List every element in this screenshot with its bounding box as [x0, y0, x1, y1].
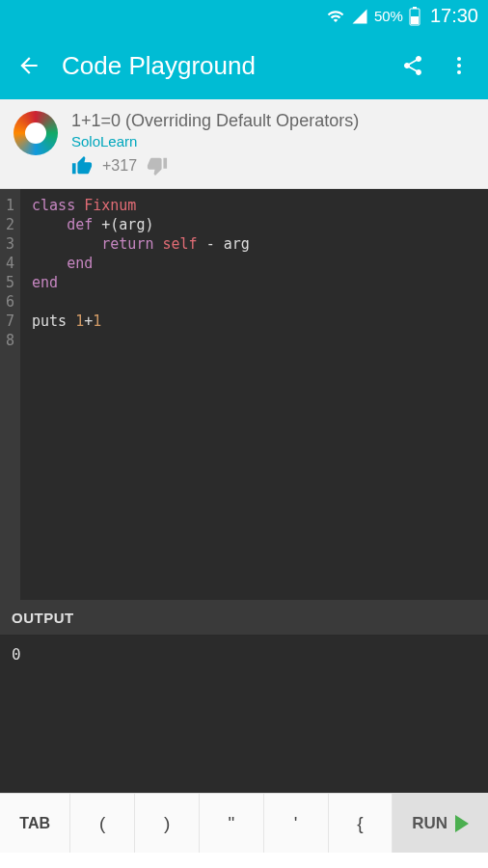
thumbs-up-icon[interactable] [71, 155, 93, 176]
share-button[interactable] [399, 52, 426, 79]
play-icon [455, 815, 469, 832]
code-content[interactable]: class Fixnum def +(arg) return self - ar… [20, 189, 261, 600]
svg-point-5 [457, 70, 461, 74]
svg-rect-2 [411, 16, 419, 24]
author-avatar[interactable] [14, 111, 58, 155]
post-info: 1+1=0 (Overriding Default Operators) Sol… [0, 99, 488, 189]
signal-icon [351, 8, 368, 25]
back-button[interactable] [15, 52, 42, 79]
vote-count: +317 [102, 157, 137, 175]
close-paren-key[interactable]: ) [135, 794, 200, 853]
run-label: RUN [412, 814, 447, 833]
svg-rect-1 [413, 7, 417, 9]
page-title: Code Playground [62, 51, 380, 81]
keyboard-toolbar: TAB ( ) " ' { RUN [0, 793, 488, 853]
battery-percent: 50% [374, 8, 403, 24]
single-quote-key[interactable]: ' [264, 794, 329, 853]
open-brace-key[interactable]: { [329, 794, 393, 853]
app-bar: Code Playground [0, 32, 488, 99]
thumbs-down-icon[interactable] [147, 155, 168, 176]
open-paren-key[interactable]: ( [70, 794, 135, 853]
output-header[interactable]: OUTPUT [0, 600, 488, 636]
svg-point-3 [457, 57, 461, 61]
wifi-icon [326, 8, 345, 25]
clock: 17:30 [430, 5, 478, 27]
tab-key[interactable]: TAB [0, 794, 70, 853]
line-gutter: 12345678 [0, 189, 20, 600]
status-bar: 50% 17:30 [0, 0, 488, 32]
output-body: 0 [0, 636, 488, 793]
code-editor[interactable]: 12345678 class Fixnum def +(arg) return … [0, 189, 488, 600]
more-menu-button[interactable] [446, 52, 473, 79]
post-title: 1+1=0 (Overriding Default Operators) [71, 111, 474, 131]
battery-icon [409, 7, 420, 26]
run-button[interactable]: RUN [393, 794, 488, 853]
post-author[interactable]: SoloLearn [71, 133, 474, 149]
double-quote-key[interactable]: " [200, 794, 264, 853]
svg-point-4 [457, 64, 461, 68]
vote-row: +317 [71, 155, 474, 176]
